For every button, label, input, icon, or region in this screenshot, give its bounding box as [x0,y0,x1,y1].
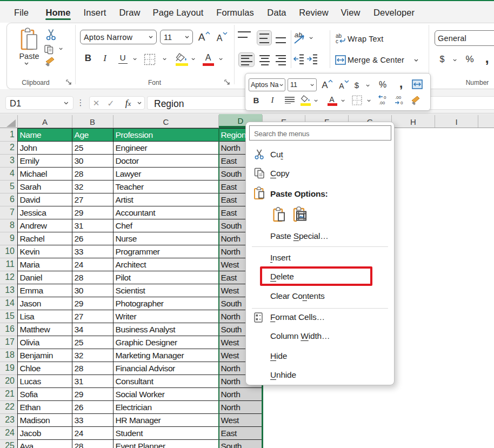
svg-text:c: c [336,38,338,44]
svg-text:0: 0 [400,101,403,105]
svg-text:.00: .00 [395,95,402,100]
svg-text:.00: .00 [379,101,385,105]
svg-text:0: 0 [384,95,386,100]
